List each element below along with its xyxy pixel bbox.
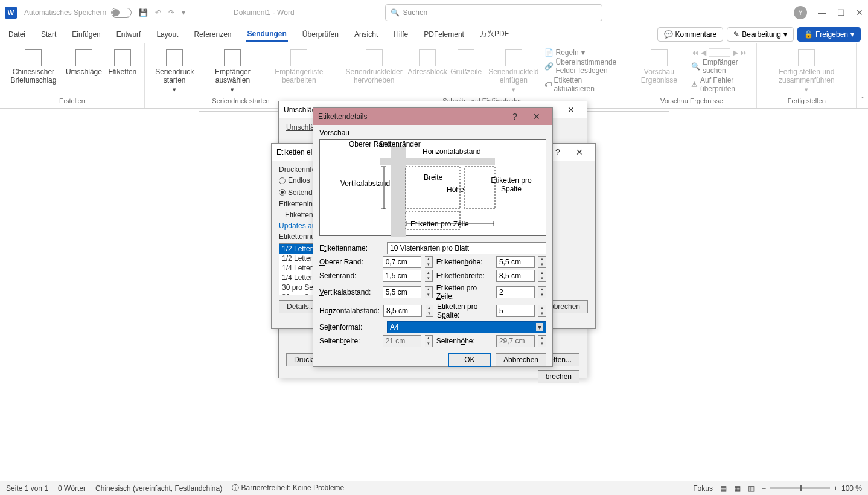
- zoom-slider[interactable]: [770, 487, 830, 489]
- page-indicator[interactable]: Seite 1 von 1: [6, 484, 48, 493]
- view-print-icon[interactable]: ▦: [734, 484, 741, 493]
- avatar[interactable]: Y: [794, 6, 807, 19]
- spinner: ▲▼: [538, 335, 546, 347]
- spinner[interactable]: ▲▼: [426, 305, 433, 317]
- save-icon[interactable]: 💾: [139, 8, 148, 17]
- prozeile-input[interactable]: [496, 286, 535, 298]
- close-button[interactable]: ✕: [856, 8, 863, 18]
- help-icon[interactable]: ?: [504, 112, 526, 121]
- seitenformat-combo[interactable]: A4▾: [387, 321, 546, 333]
- spinner[interactable]: ▲▼: [538, 286, 546, 298]
- zoom-out-icon[interactable]: −: [762, 484, 766, 493]
- address-icon: [419, 50, 436, 66]
- edit-list-icon: [290, 50, 307, 66]
- zoom-in-icon[interactable]: +: [834, 484, 838, 493]
- ok-button[interactable]: OK: [448, 353, 491, 366]
- highlight-icon: [366, 50, 383, 66]
- felder-festlegen-button: 🔗 Übereinstimmende Felder festlegen: [544, 58, 622, 75]
- greeting-icon: [458, 50, 474, 66]
- spinner[interactable]: ▲▼: [538, 305, 546, 317]
- tab-layout[interactable]: Layout: [155, 28, 179, 41]
- umschlage-button[interactable]: Umschläge: [67, 48, 101, 77]
- prev-icon: ◀: [701, 48, 706, 57]
- close-icon[interactable]: ✕: [526, 112, 547, 121]
- abbrechen-button[interactable]: Abbrechen: [496, 353, 546, 366]
- group-seriendruck: Seriendruck starten ▾ Empfänger auswähle…: [145, 43, 337, 108]
- maximize-button[interactable]: ☐: [837, 8, 845, 18]
- search-input[interactable]: 🔍 Suchen: [385, 4, 602, 21]
- spinner[interactable]: ▲▼: [538, 270, 546, 282]
- regeln-button: 📄 Regeln ▾: [544, 48, 585, 57]
- tab-referenzen[interactable]: Referenzen: [193, 28, 232, 41]
- etikettenname-input[interactable]: [387, 242, 546, 254]
- fokus-button[interactable]: ⛶ Fokus: [684, 484, 713, 493]
- chinesischer-briefumschlag-button[interactable]: Chinesischer Briefumschlag: [5, 48, 62, 86]
- tab-uberprufen[interactable]: Überprüfen: [301, 28, 340, 41]
- bearbeitung-button[interactable]: ✎ Bearbeitung ▾: [727, 27, 794, 42]
- spinner[interactable]: ▲▼: [538, 256, 546, 268]
- search-icon: 🔍: [391, 8, 400, 17]
- etikettenbreite-label: Etikettenbreite:: [436, 272, 493, 280]
- brechen-button[interactable]: brechen: [538, 370, 579, 383]
- kommentare-button[interactable]: 💬 Kommentare: [657, 27, 724, 42]
- oberer-rand-input[interactable]: [383, 256, 421, 268]
- spinner[interactable]: ▲▼: [425, 286, 433, 298]
- tab-einfugen[interactable]: Einfügen: [71, 28, 101, 41]
- word-count[interactable]: 0 Wörter: [58, 484, 86, 493]
- view-read-icon[interactable]: ▤: [720, 484, 727, 493]
- collapse-ribbon-button[interactable]: ˄: [857, 43, 868, 108]
- group-felder: Seriendruckfelder hervorheben Adressbloc…: [337, 43, 627, 108]
- preview-diagram: Seitenränder Oberer Rand Horizontalabsta…: [319, 139, 546, 236]
- vorschau-small: ⏮◀▶⏭ 🔍 Empfänger suchen ⚠ Auf Fehler übe…: [691, 48, 752, 93]
- group-label: Seriendruck starten: [212, 97, 269, 106]
- etiketten-button[interactable]: Etiketten: [106, 48, 139, 77]
- qat-more-icon[interactable]: ▾: [182, 8, 185, 17]
- undo-icon[interactable]: ↶: [155, 8, 161, 17]
- zoom-control[interactable]: − + 100 %: [762, 484, 862, 493]
- updates-link[interactable]: Updates auf: [279, 222, 318, 230]
- seiten-radio[interactable]: Seitend: [279, 188, 313, 197]
- spinner: ▲▼: [425, 335, 433, 347]
- vertikalabstand-input[interactable]: [383, 286, 421, 298]
- etikettenbreite-input[interactable]: [496, 270, 535, 282]
- autosave-toggle[interactable]: [111, 8, 132, 18]
- tab-wanxing[interactable]: 万兴PDF: [479, 27, 510, 42]
- close-icon[interactable]: ✕: [560, 105, 582, 115]
- tab-sendungen[interactable]: Sendungen: [246, 27, 288, 42]
- seitenrand-input[interactable]: [383, 270, 421, 282]
- zoom-level[interactable]: 100 %: [841, 484, 862, 493]
- spinner[interactable]: ▲▼: [425, 256, 433, 268]
- spinner[interactable]: ▲▼: [425, 270, 433, 282]
- etikettenhohe-input[interactable]: [496, 256, 535, 268]
- view-web-icon[interactable]: ▥: [748, 484, 755, 493]
- minimize-button[interactable]: —: [818, 8, 826, 18]
- freigeben-button[interactable]: 🔓 Freigeben ▾: [797, 27, 861, 42]
- language-indicator[interactable]: Chinesisch (vereinfacht, Festlandchina): [95, 484, 222, 493]
- statusbar: Seite 1 von 1 0 Wörter Chinesisch (verei…: [0, 481, 868, 495]
- dialog-titlebar[interactable]: Etikettendetails ? ✕: [313, 108, 552, 125]
- tab-ansicht[interactable]: Ansicht: [353, 28, 379, 41]
- redo-icon[interactable]: ↷: [168, 8, 174, 17]
- tab-datei[interactable]: Datei: [7, 28, 27, 41]
- horizontalabstand-input[interactable]: [383, 305, 422, 317]
- empfanger-auswahlen-button[interactable]: Empfänger auswählen ▾: [204, 48, 261, 95]
- tab-start[interactable]: Start: [40, 28, 57, 41]
- etikettenname-label: Etikettenname:: [319, 244, 383, 252]
- accessibility-indicator[interactable]: ⓘ Barrierefreiheit: Keine Probleme: [232, 483, 344, 493]
- envelope-icon: [75, 50, 92, 66]
- vertikalabstand-label: Vertikalabstand:: [319, 288, 379, 296]
- seitenbreite-input: [383, 335, 421, 347]
- recipients-icon: [224, 50, 241, 66]
- seriendruck-starten-button[interactable]: Seriendruck starten ▾: [150, 48, 200, 95]
- tab-pdfelement[interactable]: PDFelement: [423, 28, 465, 41]
- preview-icon: [651, 50, 668, 66]
- endlos-radio[interactable]: Endlos: [279, 176, 310, 185]
- ribbon: Chinesischer Briefumschlag Umschläge Eti…: [0, 43, 868, 109]
- tab-hilfe[interactable]: Hilfe: [392, 28, 409, 41]
- mailmerge-icon: [166, 50, 183, 66]
- grusszeile-button: Grußzeile: [449, 48, 483, 77]
- close-icon[interactable]: ✕: [569, 147, 590, 157]
- autosave-label: Automatisches Speichern: [24, 8, 106, 17]
- prospalte-input[interactable]: [496, 305, 535, 317]
- tab-entwurf[interactable]: Entwurf: [115, 28, 142, 41]
